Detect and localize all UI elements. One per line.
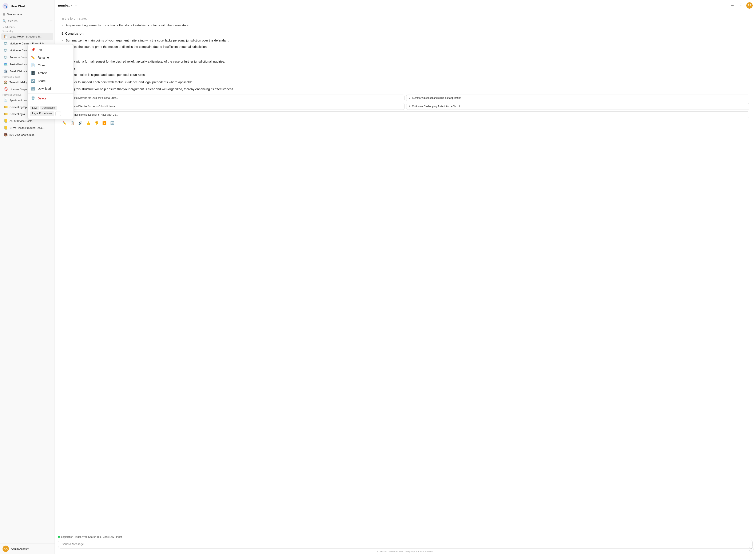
archive-icon: 🗄️ bbox=[31, 71, 35, 75]
all-chats-label: ∨ All chats bbox=[3, 26, 14, 29]
sidebar-item-text: AU 820 Visa Costs bbox=[9, 119, 46, 123]
ctx-clone[interactable]: 📄 Clone bbox=[27, 61, 73, 69]
sidebar-item-text: NSW Health Product Recomme... bbox=[9, 126, 46, 129]
pin-icon: 📌 bbox=[31, 48, 35, 52]
ctx-rename-label: Rename bbox=[38, 56, 49, 59]
ctx-tag-plus-button[interactable]: + bbox=[55, 111, 61, 116]
sidebar-footer: AA Admin Account bbox=[0, 543, 55, 554]
workspace-name-text: numbat bbox=[58, 4, 69, 7]
workspace-title[interactable]: numbat ∨ bbox=[58, 4, 72, 7]
edit-button[interactable]: ✏️ bbox=[61, 120, 67, 126]
chevron-down-icon: ∨ bbox=[70, 4, 72, 7]
ref-num-2: 2 bbox=[409, 97, 410, 99]
closing-text: Following this structure will help ensur… bbox=[61, 87, 749, 92]
ctx-share-label: Share bbox=[38, 79, 46, 82]
ctx-delete[interactable]: 🗑️ Delete bbox=[27, 94, 73, 102]
ctx-clone-label: Clone bbox=[38, 64, 46, 67]
search-input[interactable] bbox=[8, 19, 48, 23]
bullet-list: Any relevant agreements or contracts tha… bbox=[61, 22, 749, 29]
relief-text: Conclude with a formal request for the d… bbox=[61, 59, 749, 64]
ref-card-4[interactable]: 4 Motions – Challenging Jurisdiction – T… bbox=[406, 103, 749, 110]
ref-card-3[interactable]: 3 Motion to Dismiss for Lack of Jurisdic… bbox=[61, 103, 405, 110]
ctx-share[interactable]: ↗️ Share bbox=[27, 77, 73, 85]
conclusion-bullets: Summarize the main points of your argume… bbox=[61, 37, 749, 50]
disclaimer-text: LLMs can make mistakes. Verify important… bbox=[58, 549, 753, 554]
license-icon: 🚫 bbox=[4, 87, 8, 91]
message-actions: ✏️ 📋 🔊 👍 👎 ▶️ 🔄 bbox=[61, 120, 749, 126]
australian-law-icon: 🗺️ bbox=[4, 62, 8, 66]
copy-button[interactable]: 📋 bbox=[69, 120, 75, 126]
ctx-archive-label: Archive bbox=[38, 71, 48, 75]
clone-icon: 📄 bbox=[31, 63, 35, 67]
reference-cards: 1 Motion to Dismiss for Lack of Personal… bbox=[61, 95, 749, 118]
all-chats-toggle[interactable]: ∨ All chats bbox=[0, 24, 55, 29]
ctx-tag-legal-procedures[interactable]: Legal Procedures bbox=[30, 111, 54, 116]
ref-card-5[interactable]: 5 Challenging the jurisdiction of Austra… bbox=[61, 111, 749, 118]
more-options-button[interactable]: ··· bbox=[729, 2, 736, 8]
ctx-delete-label: Delete bbox=[38, 97, 46, 100]
ref-text-5: Challenging the jurisdiction of Australi… bbox=[67, 113, 118, 116]
rename-icon: ✏️ bbox=[31, 55, 35, 59]
apartment-icon: 📑 bbox=[4, 98, 8, 102]
thumbs-up-button[interactable]: 👍 bbox=[85, 120, 92, 126]
settings-button[interactable] bbox=[738, 2, 745, 9]
sidebar-item-820-visa[interactable]: 🐻 820 Visa Cost Guide ··· bbox=[1, 131, 53, 138]
conclusion-bullet-1: Summarize the main points of your argume… bbox=[61, 37, 749, 44]
sidebar-item-text: Legal Motion Structure Ti... bbox=[9, 35, 46, 38]
menu-icon[interactable]: ☰ bbox=[47, 3, 52, 9]
sidebar-item-nsw-health[interactable]: 📒 NSW Health Product Recomme... ··· bbox=[1, 124, 53, 131]
legal-motion-icon: 📋 bbox=[4, 35, 8, 38]
header-avatar: AA bbox=[746, 2, 753, 9]
app-logo: 🐾 bbox=[3, 3, 8, 9]
motion-essentials-icon: ⚖️ bbox=[4, 42, 8, 45]
ctx-pin[interactable]: 📌 Pin bbox=[27, 46, 73, 54]
ctx-rename[interactable]: ✏️ Rename bbox=[27, 54, 73, 61]
ctx-archive[interactable]: 🗄️ Archive bbox=[27, 69, 73, 77]
chat-content: in the forum state. Any relevant agreeme… bbox=[55, 11, 756, 533]
note-text: Remember to support each point with fact… bbox=[61, 79, 749, 85]
sidebar-header: 🐾 New Chat ☰ bbox=[0, 0, 55, 11]
motion-guide-icon: ⚖️ bbox=[4, 48, 8, 52]
user-avatar: AA bbox=[3, 546, 9, 552]
new-tab-button[interactable]: + bbox=[75, 3, 77, 8]
820-visa-icon: 🐻 bbox=[4, 133, 8, 137]
search-plus-icon[interactable]: + bbox=[50, 19, 52, 23]
workspace-item[interactable]: ⊞ Workspace bbox=[0, 11, 55, 17]
personal-jurisdiction-icon: ⚖️ bbox=[4, 55, 8, 59]
relief-heading: Relief bbox=[61, 53, 749, 58]
send-input[interactable] bbox=[62, 542, 749, 546]
ref-card-1[interactable]: 1 Motion to Dismiss for Lack of Personal… bbox=[61, 95, 405, 101]
thumbs-down-button[interactable]: 👎 bbox=[94, 120, 99, 126]
search-icon: 🔍 bbox=[3, 19, 6, 23]
ctx-tag-jurisdiction[interactable]: Jurisdiction bbox=[40, 106, 57, 110]
send-area bbox=[58, 540, 753, 549]
ctx-divider-2 bbox=[27, 103, 73, 103]
ref-text-1: Motion to Dismiss for Lack of Personal J… bbox=[67, 97, 118, 99]
small-claims-icon: 🏛️ bbox=[4, 69, 8, 73]
intro-muted-text: in the forum state. bbox=[61, 16, 749, 21]
workspace-label: Workspace bbox=[7, 13, 22, 16]
ctx-tag-law[interactable]: Law bbox=[30, 106, 39, 110]
context-menu: 📌 Pin ✏️ Rename 📄 Clone 🗄️ Archive ↗️ Sh… bbox=[27, 44, 74, 119]
audio-button[interactable]: 🔊 bbox=[77, 120, 83, 126]
ref-text-4: Motions – Challenging Jurisdiction – Tao… bbox=[412, 105, 464, 108]
ctx-download[interactable]: ⬇️ Download bbox=[27, 85, 73, 93]
sidebar-item-legal-motion[interactable]: 📋 Legal Motion Structure Ti... ··· bbox=[1, 33, 53, 40]
share-icon: ↗️ bbox=[31, 79, 35, 83]
ref-text-2: Summary disposal and strike out applicat… bbox=[412, 97, 461, 99]
tools-bar: Legislation Finder, Web Search Tool, Cas… bbox=[58, 535, 753, 540]
ref-card-2[interactable]: 2 Summary disposal and strike out applic… bbox=[406, 95, 749, 101]
help-button[interactable]: ? bbox=[749, 547, 753, 551]
search-bar: 🔍 + bbox=[0, 17, 55, 24]
ctx-download-label: Download bbox=[38, 87, 51, 90]
play-button[interactable]: ▶️ bbox=[102, 120, 107, 126]
ctx-divider bbox=[27, 93, 73, 94]
logo-emoji: 🐾 bbox=[4, 4, 8, 8]
refresh-button[interactable]: 🔄 bbox=[110, 120, 115, 126]
sidebar-item-text: 820 Visa Cost Guide bbox=[9, 133, 46, 136]
bullet-item-1: Any relevant agreements or contracts tha… bbox=[61, 22, 749, 29]
ref-text-3: Motion to Dismiss for Lack of Jurisdicti… bbox=[67, 105, 119, 108]
speeding-tickets-icon: 🎫 bbox=[4, 105, 8, 109]
ctx-tags-area: Law Jurisdiction Legal Procedures + bbox=[27, 104, 73, 118]
new-chat-label: New Chat bbox=[10, 4, 45, 8]
